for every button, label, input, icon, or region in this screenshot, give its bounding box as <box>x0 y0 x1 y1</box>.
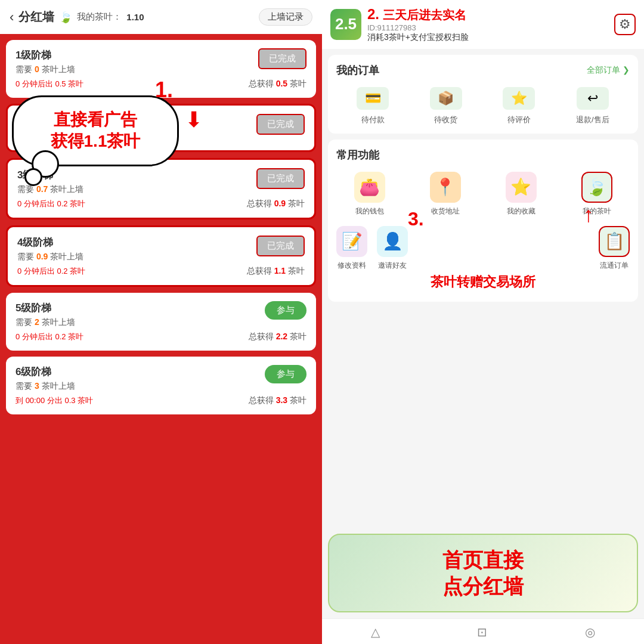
right-top-bar: 2.5 2. 三天后进去实名 ID:911127983 消耗3茶叶+支付宝授权扫… <box>322 0 644 49</box>
tier-total-3: 总获得 0.9 茶叶 <box>247 199 305 209</box>
cloud-text-line2: 获得1.1茶叶 <box>28 131 163 152</box>
order-item-pending-pay[interactable]: 💳 待付款 <box>357 87 389 125</box>
all-orders-link[interactable]: 全部订单 ❯ <box>587 65 630 76</box>
tier-time-5: 0 分钟后出 0.2 茶叶 <box>16 332 83 342</box>
wallet-label: 我的钱包 <box>355 206 384 216</box>
tea-label: 我的茶叶： <box>77 11 122 23</box>
completed-button-1: 已完成 <box>258 48 306 69</box>
tier-total-5: 总获得 2.2 茶叶 <box>249 332 306 342</box>
step1-arrow: ⬇ <box>185 107 203 132</box>
nav-orders-icon: ⊡ <box>477 625 487 639</box>
pending-pay-label: 待付款 <box>361 114 385 125</box>
tier-req-6: 需要 3 茶叶上墙 <box>16 381 306 392</box>
pending-review-label: 待评价 <box>507 114 531 125</box>
order-item-pending-review[interactable]: ⭐ 待评价 <box>503 87 535 125</box>
func-item-circulation[interactable]: 📋 流通订单 <box>599 226 630 271</box>
tier-total-4: 总获得 1.1 茶叶 <box>247 266 305 277</box>
record-button[interactable]: 上墙记录 <box>259 8 312 26</box>
order-title: 我的订单 <box>336 63 379 78</box>
promo-text-line2: 点分红墙 <box>341 573 625 599</box>
func-item-favorites[interactable]: ⭐ 我的收藏 <box>488 172 554 216</box>
user-id: ID:911127983 <box>367 23 608 32</box>
invite-label: 邀请好友 <box>378 261 407 271</box>
nav-profile-icon: ◎ <box>585 625 595 639</box>
right-panel: 2.5 2. 三天后进去实名 ID:911127983 消耗3茶叶+支付宝授权扫… <box>322 0 644 644</box>
address-label: 收货地址 <box>431 206 460 216</box>
tier-card-6: 6级阶梯 需要 3 茶叶上墙 到 00:00 分出 0.3 茶叶 总获得 3.3… <box>6 357 316 414</box>
left-header: ‹ 分红墙 🍃 我的茶叶： 1.10 上墙记录 <box>0 0 322 34</box>
back-button[interactable]: ‹ <box>10 10 14 25</box>
tier-total-6: 总获得 3.3 茶叶 <box>249 395 306 406</box>
completed-button-2: 已完成 <box>256 114 305 135</box>
step3-text: 茶叶转赠交易场所 <box>336 271 630 293</box>
invite-icon: 👤 <box>377 226 408 257</box>
func-item-profile[interactable]: 📝 修改资料 <box>336 226 367 271</box>
func-item-invite[interactable]: 👤 邀请好友 <box>377 226 408 271</box>
right-top-info: 2. 三天后进去实名 ID:911127983 消耗3茶叶+支付宝授权扫脸 <box>367 6 608 43</box>
refund-label: 退款/售后 <box>576 114 609 125</box>
bottom-nav: △ ⊡ ◎ <box>322 618 644 644</box>
right-content: 我的订单 全部订单 ❯ 💳 待付款 📦 待收货 ⭐ 待评价 ↩ 退 <box>322 49 644 534</box>
settings-button[interactable]: ⚙ <box>614 14 636 35</box>
completed-button-3: 已完成 <box>256 168 305 189</box>
order-icons: 💳 待付款 📦 待收货 ⭐ 待评价 ↩ 退款/售后 <box>336 87 630 125</box>
nav-profile[interactable]: ◎ <box>585 625 595 639</box>
step3-label: 3. <box>408 208 424 230</box>
tier-total-1: 总获得 0.5 茶叶 <box>249 79 306 89</box>
tea-value: 1.10 <box>126 12 144 22</box>
tier-time-1: 0 分钟后出 0.5 茶叶 <box>16 79 83 89</box>
func-item-tea[interactable]: 🍃 我的茶叶 <box>564 172 630 216</box>
step1-annotation: 1. <box>155 78 173 103</box>
tier-title-6: 6级阶梯 <box>16 365 306 379</box>
join-button-6[interactable]: 参与 <box>265 365 306 383</box>
cloud-bubble: 直接看广告 获得1.1茶叶 <box>12 95 179 166</box>
profile-label: 修改资料 <box>338 261 366 271</box>
left-panel: ‹ 分红墙 🍃 我的茶叶： 1.10 上墙记录 1. ⬇ 直接看广告 获得1.1… <box>0 0 322 644</box>
favorites-label: 我的收藏 <box>507 206 535 216</box>
completed-button-4: 已完成 <box>256 236 305 256</box>
order-item-refund[interactable]: ↩ 退款/售后 <box>576 87 609 125</box>
order-card: 我的订单 全部订单 ❯ 💳 待付款 📦 待收货 ⭐ 待评价 ↩ 退 <box>328 55 638 134</box>
nav-orders[interactable]: ⊡ <box>477 625 487 639</box>
promo-banner: 首页直接 点分红墙 <box>328 534 638 612</box>
func-item-wallet[interactable]: 👛 我的钱包 <box>336 172 402 216</box>
tea-leaf-icon: 🍃 <box>59 11 72 24</box>
promo-text-line1: 首页直接 <box>341 547 625 573</box>
profile-icon: 📝 <box>336 226 367 257</box>
func-card: 常用功能 👛 我的钱包 📍 收货地址 ⭐ 我的收藏 🍃 我的茶叶 <box>328 140 638 302</box>
pending-receive-icon: 📦 <box>430 87 462 110</box>
func-title: 常用功能 <box>336 148 630 162</box>
join-button-5[interactable]: 参与 <box>265 301 306 320</box>
tier-req-5: 需要 2 茶叶上墙 <box>16 317 306 328</box>
pending-receive-label: 待收货 <box>434 114 457 125</box>
pending-review-icon: ⭐ <box>503 87 535 110</box>
tier-card-5: 5级阶梯 需要 2 茶叶上墙 0 分钟后出 0.2 茶叶 总获得 2.2 茶叶 … <box>6 293 316 351</box>
app-logo: 2.5 <box>330 9 361 40</box>
cloud-text-line1: 直接看广告 <box>28 109 163 131</box>
second-func-row: 📝 修改资料 👤 邀请好友 📋 流通订单 ↑ 3. <box>336 226 630 271</box>
refund-icon: ↩ <box>577 87 609 110</box>
tier-time-6: 到 00:00 分出 0.3 茶叶 <box>16 395 93 406</box>
tier-time-4: 0 分钟后出 0.2 茶叶 <box>17 266 85 277</box>
sub-text: 消耗3茶叶+支付宝授权扫脸 <box>367 32 608 43</box>
tier-time-3: 0 分钟后出 0.2 茶叶 <box>17 199 85 209</box>
address-icon: 📍 <box>430 172 461 203</box>
tier-title-5: 5级阶梯 <box>16 301 306 315</box>
nav-home-icon: △ <box>371 625 380 639</box>
wallet-icon: 👛 <box>354 172 385 203</box>
order-item-pending-receive[interactable]: 📦 待收货 <box>430 87 462 125</box>
step2-text: 2. 三天后进去实名 <box>367 6 608 23</box>
page-title: 分红墙 <box>18 9 54 25</box>
step3-arrow: ↑ <box>583 202 594 227</box>
circulation-icon: 📋 <box>599 226 630 257</box>
tea-icon: 🍃 <box>581 172 612 203</box>
circulation-label: 流通订单 <box>600 261 628 271</box>
nav-home[interactable]: △ <box>371 625 380 639</box>
pending-pay-icon: 💳 <box>357 87 389 110</box>
tier-card-4: 4级阶梯 需要 0.9 茶叶上墙 0 分钟后出 0.2 茶叶 总获得 1.1 茶… <box>6 225 316 287</box>
favorites-icon: ⭐ <box>506 172 537 203</box>
